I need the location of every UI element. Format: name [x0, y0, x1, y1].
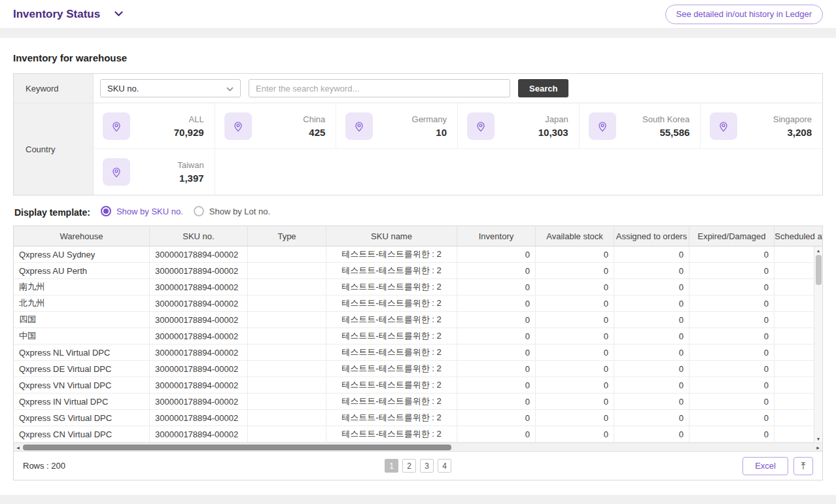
table-cell: 0 [689, 377, 775, 393]
location-pin-icon [467, 112, 495, 140]
table-cell: 300000178894-00002 [150, 279, 248, 295]
table-cell: 0 [457, 377, 536, 393]
table-row[interactable]: Qxpress CN Virtual DPC300000178894-00002… [14, 426, 814, 443]
table-cell: 테스트트-테스트를위한 : 2 [326, 344, 457, 360]
horizontal-scrollbar[interactable]: ◀ ▶ [14, 443, 822, 451]
search-input[interactable] [249, 79, 510, 97]
location-pin-icon [103, 158, 130, 186]
rows-count-label: Rows : 200 [23, 461, 65, 471]
column-header-type[interactable]: Type [248, 226, 326, 246]
country-card-china[interactable]: China425 [215, 103, 337, 149]
country-card-south-korea[interactable]: South Korea55,586 [580, 103, 701, 149]
column-header-sku-no-[interactable]: SKU no. [150, 226, 248, 246]
location-pin-icon [710, 112, 737, 140]
horizontal-scrollbar-thumb[interactable] [23, 445, 451, 450]
country-name: Japan [545, 114, 568, 124]
table-cell: 0 [689, 410, 775, 426]
table-row[interactable]: Qxpress IN Virtual DPC300000178894-00002… [14, 394, 814, 410]
country-name: ALL [189, 114, 204, 124]
country-name: South Korea [642, 114, 689, 124]
table-cell: 0 [614, 426, 689, 442]
table-cell: Qxpress VN Virtual DPC [14, 377, 150, 393]
vertical-scrollbar-thumb[interactable] [816, 255, 822, 285]
table-cell: 0 [457, 344, 536, 360]
page-button-2[interactable]: 2 [402, 459, 416, 473]
table-cell [248, 361, 326, 377]
page-button-4[interactable]: 4 [438, 459, 451, 473]
table-cell: 0 [457, 426, 536, 442]
main-content: Inventory for warehouse Keyword SKU no. … [0, 38, 836, 495]
page-button-3[interactable]: 3 [420, 459, 434, 473]
country-card-singapore[interactable]: Singapore3,208 [701, 103, 822, 149]
table-row[interactable]: 四国300000178894-00002테스트트-테스트를위한 : 20000 [14, 312, 814, 328]
table-cell: 0 [536, 295, 614, 311]
country-inventory-count: 10,303 [538, 127, 568, 138]
table-cell [248, 410, 326, 426]
table-cell: 0 [457, 361, 536, 377]
column-header-warehouse[interactable]: Warehouse [14, 226, 150, 246]
excel-export-button[interactable]: Excel [742, 457, 788, 475]
column-header-expired-damaged[interactable]: Expired/Damaged [689, 226, 775, 246]
table-cell [248, 295, 326, 311]
page: Inventory Status See detailed in/out his… [0, 0, 836, 504]
table-cell: 0 [689, 312, 775, 328]
table-cell [248, 394, 326, 409]
country-grid: ALL70,929China425Germany10Japan10,303Sou… [94, 103, 822, 195]
vertical-scrollbar[interactable]: ▲ ▼ [814, 246, 822, 443]
page-button-1[interactable]: 1 [385, 459, 398, 473]
table-cell: 北九州 [14, 295, 150, 311]
display-template-radios: Show by SKU no.Show by Lot no. [90, 206, 270, 219]
table-cell: 0 [689, 344, 775, 360]
table-cell: 테스트트-테스트를위한 : 2 [326, 263, 457, 278]
table-cell: 300000178894-00002 [150, 263, 248, 278]
table-cell: 0 [457, 394, 536, 409]
grid-footer: Rows : 200 1234 Excel ⤒ [14, 451, 822, 480]
column-header-scheduled-a[interactable]: Scheduled a [775, 226, 822, 246]
table-row[interactable]: Qxpress SG Virtual DPC300000178894-00002… [14, 410, 814, 426]
country-label: Country [14, 103, 94, 195]
country-card-taiwan[interactable]: Taiwan1,397 [94, 149, 215, 195]
country-inventory-count: 3,208 [787, 127, 812, 138]
table-row[interactable]: Qxpress DE Virtual DPC300000178894-00002… [14, 361, 814, 377]
table-cell: 0 [536, 361, 614, 377]
table-cell: 테스트트-테스트를위한 : 2 [326, 328, 457, 344]
keyword-row: Keyword SKU no. Search [14, 74, 822, 103]
country-card-germany[interactable]: Germany10 [336, 103, 458, 149]
title-dropdown-chevron-icon[interactable] [114, 11, 123, 17]
table-cell: 0 [614, 246, 689, 262]
radio-show-by-lot-no-[interactable]: Show by Lot no. [194, 206, 270, 216]
scroll-up-arrow-icon[interactable]: ▲ [814, 246, 822, 254]
table-cell: 0 [689, 295, 775, 311]
search-button[interactable]: Search [518, 79, 568, 97]
column-header-assigned-to-orders[interactable]: Assigned to orders [614, 226, 689, 246]
table-cell [775, 344, 814, 360]
keyword-type-select[interactable]: SKU no. [100, 79, 241, 97]
table-cell [775, 394, 814, 409]
table-row[interactable]: Qxpress AU Perth300000178894-00002테스트트-테… [14, 263, 814, 279]
table-row[interactable]: 中国300000178894-00002테스트트-테스트를위한 : 20000 [14, 328, 814, 344]
radio-show-by-sku-no-[interactable]: Show by SKU no. [101, 206, 183, 216]
column-header-available-stock[interactable]: Available stock [536, 226, 614, 246]
table-cell: Qxpress AU Sydney [14, 246, 150, 262]
ledger-history-button[interactable]: See detailed in/out history in Ledger [665, 5, 823, 24]
table-row[interactable]: Qxpress NL Virtual DPC300000178894-00002… [14, 344, 814, 361]
country-inventory-count: 55,586 [659, 127, 689, 138]
table-row[interactable]: Qxpress VN Virtual DPC300000178894-00002… [14, 377, 814, 394]
table-cell: 0 [614, 263, 689, 278]
table-cell [775, 263, 814, 278]
scroll-to-top-button[interactable]: ⤒ [793, 457, 813, 475]
table-cell: Qxpress DE Virtual DPC [14, 361, 150, 377]
table-row[interactable]: Qxpress AU Sydney300000178894-00002테스트트-… [14, 246, 814, 263]
country-card-all[interactable]: ALL70,929 [94, 103, 215, 149]
column-header-inventory[interactable]: Inventory [457, 226, 536, 246]
table-cell: 테스트트-테스트를위한 : 2 [326, 426, 457, 442]
table-row[interactable]: 南九州300000178894-00002테스트트-테스트를위한 : 20000 [14, 279, 814, 295]
scroll-down-arrow-icon[interactable]: ▼ [814, 435, 822, 443]
country-card-japan[interactable]: Japan10,303 [458, 103, 580, 149]
table-row[interactable]: 北九州300000178894-00002테스트트-테스트를위한 : 20000 [14, 295, 814, 312]
country-inventory-count: 425 [309, 127, 325, 138]
table-cell: 0 [614, 410, 689, 426]
table-cell: 0 [536, 279, 614, 295]
table-cell: 0 [689, 263, 775, 278]
column-header-sku-name[interactable]: SKU name [326, 226, 457, 246]
